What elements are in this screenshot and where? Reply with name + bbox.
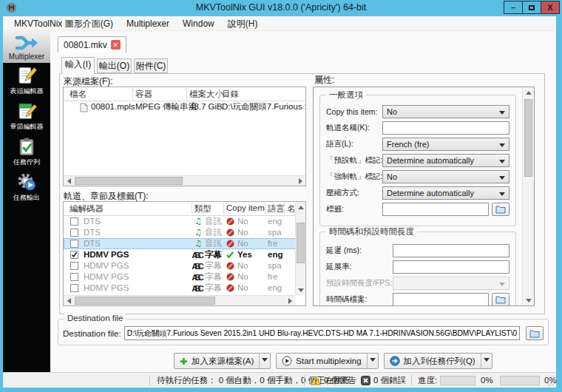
track-codec: DTS — [84, 227, 101, 238]
checkbox[interactable] — [70, 240, 78, 248]
scroll-down-icon[interactable] — [296, 285, 306, 295]
combo-value: French (fre) — [387, 140, 429, 149]
tracks-table[interactable]: 編解碼器 類型 Copy item 語言 名稱 DTS ♫ 音訊 No eng — [63, 201, 306, 306]
table-row[interactable]: HDMV PGS BAC 字幕 No spa — [64, 260, 305, 271]
track-type: 音訊 — [205, 227, 222, 238]
sidebar-item-multiplexer[interactable]: Multiplexer — [3, 31, 50, 63]
checkbox-checked[interactable] — [70, 251, 78, 259]
sidebar-item-header-editor[interactable]: 表頭編輯器 — [3, 63, 50, 98]
scroll-up-icon[interactable] — [524, 87, 534, 98]
track-language: eng — [268, 249, 282, 260]
scroll-up-icon[interactable] — [296, 202, 306, 212]
scroll-right-icon[interactable] — [285, 296, 295, 306]
track-type: 音訊 — [205, 216, 222, 227]
resize-grip[interactable] — [547, 379, 555, 386]
checkbox[interactable] — [70, 284, 78, 292]
sidebar: Multiplexer 表頭編輯器 — [3, 31, 50, 372]
horizontal-scrollbar[interactable] — [64, 175, 305, 186]
track-type: 音訊 — [205, 238, 222, 249]
menu-multiplexer[interactable]: Multiplexer — [120, 16, 176, 31]
column-header[interactable]: 檔名 — [70, 89, 87, 100]
checkbox[interactable] — [70, 262, 78, 270]
add-to-job-queue-button[interactable]: 加入到任務佇列(Q) — [384, 353, 492, 369]
scrollbar-thumb[interactable] — [524, 99, 532, 177]
statusbar: 待執行的任務： 0 個自動，0 個手動，0 個正在執行 0 個警告 0 個錯誤 … — [3, 372, 556, 388]
copy-this-item-select[interactable]: No — [382, 105, 509, 118]
checkbox[interactable] — [70, 217, 78, 226]
sidebar-item-job-queue[interactable]: 任務佇列 — [3, 134, 50, 169]
start-multiplexing-dropdown[interactable] — [367, 354, 378, 368]
table-row[interactable]: HDMV PGS BAC 字幕 No fre — [64, 271, 305, 283]
menu-mkvtoolnix-gui[interactable]: MKVToolNix 圖形介面(G) — [7, 16, 120, 31]
add-to-queue-dropdown[interactable] — [481, 354, 492, 368]
no-icon — [226, 284, 234, 292]
minimize-button[interactable]: – — [504, 1, 523, 14]
scrollbar-thumb[interactable] — [75, 297, 215, 305]
forced-track-select[interactable]: No — [382, 170, 509, 183]
no-icon — [226, 217, 234, 226]
table-row[interactable]: HDMV PGS BAC 字幕 No eng — [64, 283, 305, 294]
tab-output[interactable]: 輸出(O) — [97, 58, 132, 73]
combo-value: No — [387, 107, 397, 116]
tab-input[interactable]: 輸入(I) — [61, 57, 95, 74]
default-duration-select[interactable] — [393, 277, 509, 290]
table-row[interactable]: DTS ♫ 音訊 No eng — [64, 216, 305, 227]
chapter-editor-icon — [17, 101, 37, 121]
browse-tags-button[interactable] — [492, 203, 509, 216]
default-track-select[interactable]: Determine automatically — [382, 154, 509, 167]
scroll-down-icon[interactable] — [524, 295, 534, 305]
properties-scrollbar[interactable] — [522, 87, 534, 305]
source-file-container: MPEG 傳輸串流 — [135, 101, 197, 112]
compression-label: 壓縮方式: — [326, 188, 382, 198]
stretch-field[interactable] — [393, 260, 509, 274]
column-header[interactable]: Copy item — [226, 203, 265, 212]
browse-destination-button[interactable] — [526, 326, 544, 340]
column-header[interactable]: 目錄 — [222, 89, 239, 100]
scroll-left-icon[interactable] — [64, 176, 74, 186]
delay-field[interactable] — [393, 244, 509, 257]
close-tab-icon[interactable]: ✕ — [111, 40, 121, 50]
column-header[interactable]: 容器 — [135, 89, 152, 100]
start-multiplexing-button[interactable]: Start multiplexing — [276, 353, 378, 369]
table-row[interactable]: HDMV PGS BAC 字幕 Yes eng — [64, 249, 305, 260]
properties-label: 屬性: — [314, 74, 334, 87]
scrollbar-thumb[interactable] — [75, 177, 183, 185]
menu-window[interactable]: Window — [176, 16, 221, 31]
scrollbar-thumb[interactable] — [297, 223, 305, 263]
vertical-scrollbar[interactable] — [295, 202, 305, 295]
source-files-header[interactable]: 檔名 容器 檔案大小 目錄 — [64, 87, 305, 101]
horizontal-scrollbar[interactable] — [64, 295, 295, 305]
chevron-down-icon — [499, 143, 505, 150]
scroll-left-icon[interactable] — [64, 296, 74, 306]
menu-help[interactable]: 說明(H) — [221, 16, 265, 31]
language-select[interactable]: French (fre) — [382, 138, 509, 151]
checkbox[interactable] — [70, 229, 78, 237]
table-row[interactable]: DTS ♫ 音訊 No spa — [64, 227, 305, 238]
audio-icon: ♫ — [194, 227, 202, 238]
close-button[interactable]: X — [541, 1, 560, 14]
scroll-right-icon[interactable] — [295, 176, 305, 186]
tab-file-00801[interactable]: 00801.mkv ✕ — [58, 36, 126, 53]
column-header[interactable]: 編解碼器 — [70, 203, 104, 214]
checkbox[interactable] — [70, 273, 78, 281]
table-row[interactable]: 00801.mpls MPEG 傳輸串流 48.7 GiB D:\玩命關頭7.F… — [64, 101, 305, 113]
chevron-down-icon — [499, 160, 505, 166]
titlebar[interactable]: MKVToolNix GUI v18.0.0 ('Apricity') 64-b… — [0, 0, 562, 16]
sidebar-item-chapter-editor[interactable]: 章節編輯器 — [3, 98, 50, 134]
track-name-field[interactable] — [382, 121, 509, 135]
column-header[interactable]: 語言 — [268, 203, 285, 214]
browse-timestamp-button[interactable] — [492, 293, 509, 306]
tracks-header[interactable]: 編解碼器 類型 Copy item 語言 名稱 — [64, 202, 305, 216]
destination-file-input[interactable] — [124, 326, 520, 340]
add-source-files-button[interactable]: 加入來源檔案(A) — [174, 353, 271, 369]
sidebar-item-job-output[interactable]: 任務輸出 — [3, 169, 50, 205]
compression-select[interactable]: Determine automatically — [382, 186, 509, 200]
tags-field[interactable] — [382, 203, 489, 216]
add-source-dropdown[interactable] — [259, 354, 270, 368]
timestamp-file-field[interactable] — [393, 293, 489, 306]
maximize-button[interactable] — [522, 1, 541, 14]
source-files-table[interactable]: 檔名 容器 檔案大小 目錄 00801.mpls MPEG 傳輸串流 48.7 … — [63, 87, 306, 186]
table-row-selected[interactable]: DTS ♫ 音訊 No fre — [64, 238, 305, 249]
tab-attachments[interactable]: 附件(C) — [134, 58, 168, 73]
column-header[interactable]: 類型 — [194, 203, 211, 214]
